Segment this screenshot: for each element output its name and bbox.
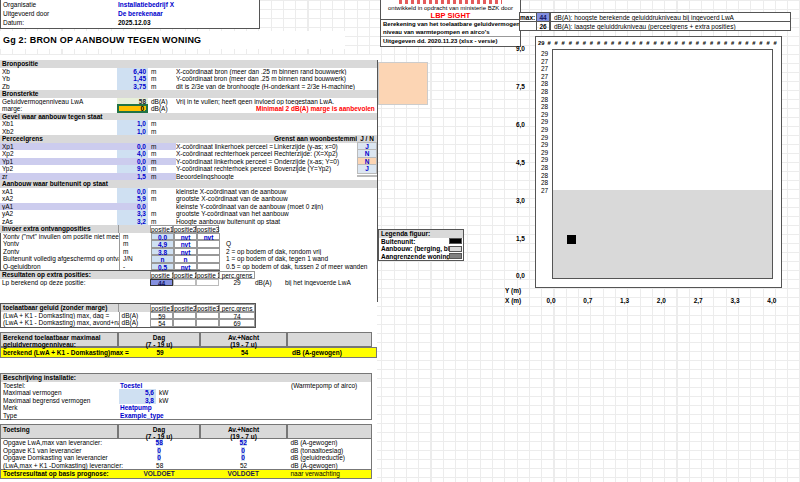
- positie2-cell[interactable]: n: [174, 255, 197, 263]
- legend-box: Legenda figuur: Buitenunit: Aanbouw: (be…: [378, 229, 464, 261]
- value-cell[interactable]: 6,40: [117, 68, 148, 76]
- nacht-value-cell[interactable]: 52: [240, 462, 247, 469]
- row-label: (LwA + K1 - Domkasting) max, dag =: [1, 312, 119, 320]
- positie3-cell[interactable]: [197, 240, 220, 248]
- row-label: (LwA + K1 - Domkasting) max, avond+nacht…: [1, 319, 119, 327]
- jn-cell[interactable]: J: [357, 164, 377, 174]
- uitgevoerd-value[interactable]: De berekenaar: [118, 10, 163, 17]
- dag-value-cell[interactable]: 0: [157, 454, 161, 461]
- unit-label: m: [119, 240, 151, 248]
- section-title: Gevel waar aanbouw tegen staat: [0, 113, 102, 121]
- dag-header: Dag: [153, 426, 165, 433]
- jn-cell[interactable]: [357, 175, 377, 177]
- unit-label: m: [148, 218, 176, 226]
- dag-value-cell[interactable]: 0: [157, 447, 161, 454]
- unit-label: kW: [156, 389, 176, 397]
- figure-left-value: 29: [538, 141, 551, 149]
- value-cell[interactable]: 3,3: [117, 210, 148, 218]
- positie2-cell[interactable]: nvt: [174, 233, 197, 241]
- row-label: xA1: [0, 188, 117, 196]
- value-cell[interactable]: 1,5: [117, 173, 148, 181]
- section-header: toelaatbaar geluid (zonder marge) positi…: [1, 304, 255, 312]
- row-label: Yp2: [0, 165, 117, 173]
- value-cell[interactable]: Example_type: [119, 412, 156, 420]
- section-header: Beschrijving installatie:: [1, 374, 371, 382]
- table-row: Organisatie Installatiebedrijf X: [1, 0, 259, 9]
- section-toetsing: Toetsing Dag (7 - 19 u) Av.+Nacht (19 - …: [0, 424, 377, 479]
- min-value: 26: [536, 22, 550, 32]
- positie3-cell[interactable]: nvt: [197, 233, 220, 241]
- table-row: Opgave LwA,max van leverancier: 58 52 dB…: [1, 439, 371, 447]
- unit-label: dB (tonaaltoeslag): [286, 447, 371, 455]
- hash-cell: #: [555, 40, 558, 46]
- section-berekend: Berekend toelaatbaar maximaal geluidverm…: [0, 332, 377, 358]
- unit-label: m: [148, 128, 176, 136]
- value-cell[interactable]: 4,0: [117, 150, 148, 158]
- y-tick-label: 7,5: [495, 83, 525, 90]
- value-cell[interactable]: 0,0: [117, 203, 148, 211]
- value-cell[interactable]: 5,6: [119, 389, 156, 397]
- value-cell[interactable]: 1,0: [117, 128, 148, 136]
- row-label: Opgave K1 van leverancier: [1, 447, 118, 455]
- value-cell[interactable]: Toestel: [119, 382, 156, 390]
- value-cell[interactable]: 5,9: [117, 195, 148, 203]
- value-cell[interactable]: 3,8: [119, 397, 156, 405]
- result-row: Lp berekend op deze positie: 44 29 dB(A)…: [0, 279, 377, 287]
- title-strip: Gg 2: BRON OP AANBOUW TEGEN WONING: [0, 31, 345, 49]
- value-cell[interactable]: 3,2: [117, 218, 148, 226]
- col-header-positie3: positie 3: [196, 271, 219, 279]
- aanbouw-region: [553, 190, 772, 278]
- hash-cell: #: [738, 40, 741, 46]
- table-row: Geluidvermogenniveau LwA 58 dB(A) Vrij i…: [0, 98, 377, 106]
- table-row: (LwA,max + K1 -Domkasting) leverancier: …: [1, 462, 371, 470]
- hash-cell: #: [639, 40, 642, 46]
- berekend-dag-value: 59: [119, 347, 201, 358]
- nacht-header: Av.+Nacht: [228, 426, 259, 433]
- value-cell[interactable]: 1,45: [117, 75, 148, 83]
- positie2-cell[interactable]: nvt: [174, 240, 197, 248]
- figure-corner-value: 29: [538, 40, 544, 46]
- plot-figure: 29 ################################# 292…: [535, 36, 782, 288]
- positie1-cell[interactable]: 4,9: [151, 240, 174, 248]
- organisatie-value[interactable]: Installatiebedrijf X: [118, 1, 174, 8]
- nacht-value-cell[interactable]: 0: [241, 447, 245, 454]
- col-header-positie2: positie 2: [173, 271, 196, 279]
- y-tick-label: 9,0: [495, 45, 525, 52]
- figure-left-value: 29: [538, 134, 551, 142]
- value-cell[interactable]: 0,0: [117, 158, 148, 166]
- row-desc: 0.5 = op bodem of dak, tussen 2 of meer …: [220, 263, 377, 271]
- dag-value-cell[interactable]: 58: [156, 462, 163, 469]
- value-cell[interactable]: 0,0: [117, 188, 148, 196]
- positie1-cell[interactable]: 3,8: [151, 248, 174, 256]
- row-label: zr: [0, 173, 117, 181]
- legend-item: Aanbouw: (berging, bijkeuken, .....): [379, 245, 463, 253]
- section-title: Bronpositie: [0, 60, 117, 68]
- value-cell[interactable]: 0,0: [117, 143, 148, 151]
- x-tick-label: 4,0: [762, 297, 782, 304]
- value-cell[interactable]: 3,75: [117, 83, 148, 91]
- positie2-cell[interactable]: nvt: [174, 263, 197, 271]
- figure-left-value: 28: [538, 88, 551, 96]
- positie2-cell[interactable]: nvt: [174, 248, 197, 256]
- value-cell[interactable]: Heatpump: [119, 404, 156, 412]
- positie1-cell[interactable]: 0,5: [151, 263, 174, 271]
- table-row: Zontv m 3,8 nvt 2 = op bodem of dak, ron…: [1, 248, 377, 256]
- positie1-cell[interactable]: 0,0: [151, 233, 174, 241]
- nacht-value-cell[interactable]: 0: [241, 454, 245, 461]
- positie1-cell[interactable]: n: [151, 255, 174, 263]
- row-label: Toestel:: [1, 382, 119, 390]
- value-cell[interactable]: 9,0: [117, 165, 148, 173]
- datum-value[interactable]: 2025.12.03: [118, 19, 151, 26]
- hash-cell: #: [576, 40, 579, 46]
- nacht-value-cell[interactable]: 52: [240, 439, 247, 446]
- toetsresultaat-dag: VOLDOET: [118, 470, 200, 479]
- dag-value-cell[interactable]: 58: [156, 439, 163, 446]
- value-cell[interactable]: 1,0: [117, 120, 148, 128]
- toetsing-result-row: Toetsresultaat op basis prognose: VOLDOE…: [0, 470, 372, 479]
- max-value: 44: [536, 12, 550, 22]
- positie3-cell[interactable]: [197, 255, 220, 263]
- positie3-cell[interactable]: [197, 248, 220, 256]
- unit-label: m: [148, 68, 176, 76]
- figure-left-value: 28: [538, 164, 551, 172]
- positie3-cell[interactable]: [197, 263, 220, 271]
